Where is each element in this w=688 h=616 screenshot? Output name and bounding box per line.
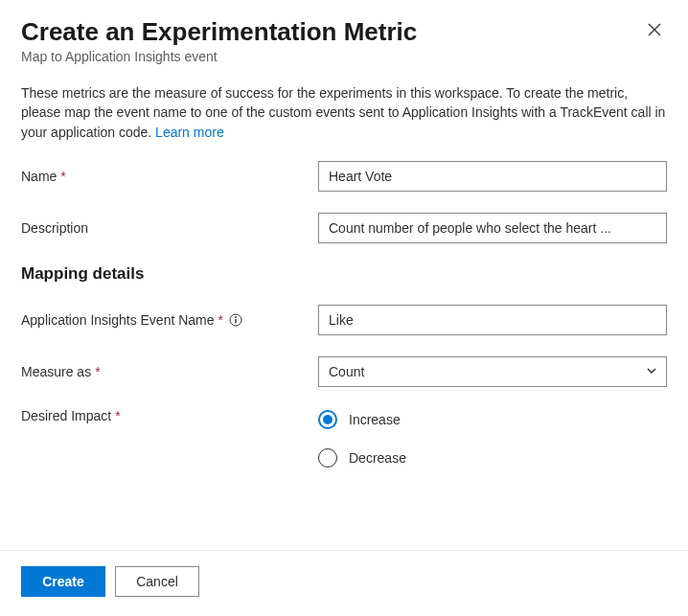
event-name-label: Application Insights Event Name * [21,312,318,328]
desired-impact-radio-group: Increase Decrease [318,408,667,468]
cancel-button[interactable]: Cancel [115,566,199,597]
footer: Create Cancel [0,550,688,616]
radio-increase[interactable]: Increase [318,410,667,429]
svg-point-3 [235,316,237,318]
close-icon [648,23,661,36]
measure-as-select[interactable]: Count [318,356,667,387]
desired-impact-label: Desired Impact * [21,408,318,423]
info-icon[interactable] [229,313,242,327]
intro-text: These metrics are the measure of success… [21,83,667,142]
intro-text-body: These metrics are the measure of success… [21,85,665,140]
mapping-details-heading: Mapping details [21,264,667,284]
close-button[interactable] [642,17,667,45]
learn-more-link[interactable]: Learn more [155,125,224,140]
event-name-input[interactable] [318,305,667,335]
required-indicator: * [60,169,65,184]
required-indicator: * [115,408,120,423]
measure-as-label: Measure as * [21,364,318,379]
required-indicator: * [218,312,223,328]
radio-button-icon [318,448,337,468]
radio-decrease-label: Decrease [349,450,406,466]
panel-subtitle: Map to Application Insights event [21,49,417,64]
radio-decrease[interactable]: Decrease [318,448,667,468]
description-input[interactable] [318,213,667,243]
svg-rect-4 [235,319,236,324]
name-input[interactable] [318,161,667,192]
create-button[interactable]: Create [21,566,105,597]
description-label: Description [21,220,318,236]
required-indicator: * [95,364,100,379]
name-label: Name * [21,169,318,184]
radio-button-selected-icon [318,410,337,429]
panel-title: Create an Experimentation Metric [21,17,417,47]
radio-increase-label: Increase [349,412,401,427]
measure-as-value: Count [329,364,364,379]
